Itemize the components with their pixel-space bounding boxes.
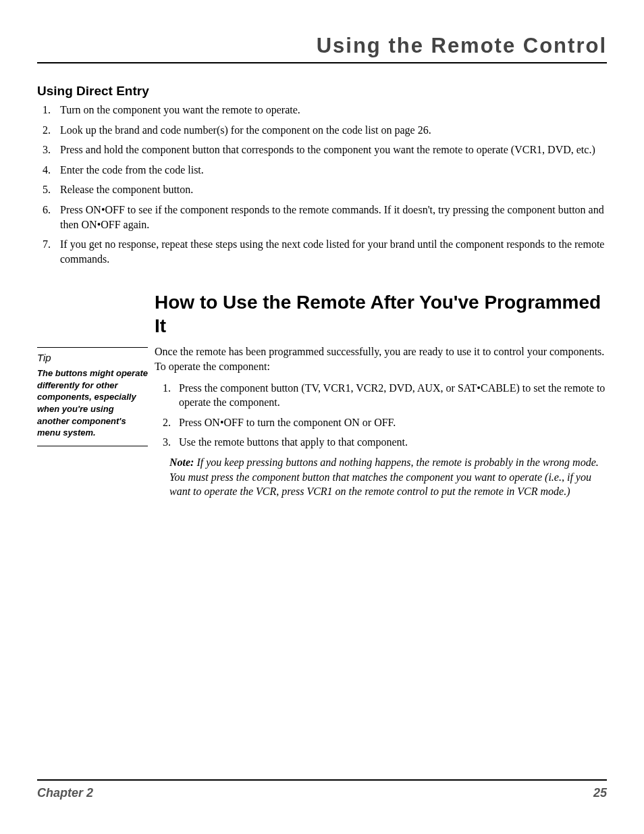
two-column-region: Tip The buttons might operate differentl… — [37, 290, 607, 498]
list-item: Press ON•OFF to turn the component ON or… — [173, 415, 607, 430]
tip-body: The buttons might operate differently fo… — [37, 367, 148, 438]
page: Using the Remote Control Using Direct En… — [0, 0, 644, 834]
list-item: Press the component button (TV, VCR1, VC… — [173, 381, 607, 410]
list-item: Press ON•OFF to see if the component res… — [53, 203, 607, 232]
page-header: Using the Remote Control — [37, 34, 607, 63]
section1-heading: Using Direct Entry — [37, 84, 607, 99]
section2-intro: Once the remote has been programmed succ… — [155, 344, 607, 373]
tip-title: Tip — [37, 352, 148, 363]
list-item: Turn on the component you want the remot… — [53, 103, 607, 118]
footer-page-number: 25 — [593, 786, 607, 800]
list-item: Enter the code from the code list. — [53, 163, 607, 178]
list-item: Look up the brand and code number(s) for… — [53, 123, 607, 138]
list-item: If you get no response, repeat these ste… — [53, 237, 607, 266]
page-footer: Chapter 2 25 — [37, 779, 607, 800]
note-lead: Note: — [169, 457, 194, 468]
section2-heading: How to Use the Remote After You've Progr… — [155, 290, 607, 338]
list-item: Use the remote buttons that apply to tha… — [173, 435, 607, 450]
direct-entry-list: Turn on the component you want the remot… — [37, 103, 607, 266]
list-item: Press and hold the component button that… — [53, 142, 607, 157]
tip-box: Tip The buttons might operate differentl… — [37, 347, 148, 446]
footer-chapter: Chapter 2 — [37, 786, 93, 800]
main-column: How to Use the Remote After You've Progr… — [155, 290, 607, 498]
sidebar: Tip The buttons might operate differentl… — [37, 290, 148, 446]
list-item: Release the component button. — [53, 182, 607, 197]
operate-list: Press the component button (TV, VCR1, VC… — [155, 381, 607, 450]
note-body: If you keep pressing buttons and nothing… — [169, 457, 599, 497]
note-block: Note: If you keep pressing buttons and n… — [169, 455, 607, 499]
